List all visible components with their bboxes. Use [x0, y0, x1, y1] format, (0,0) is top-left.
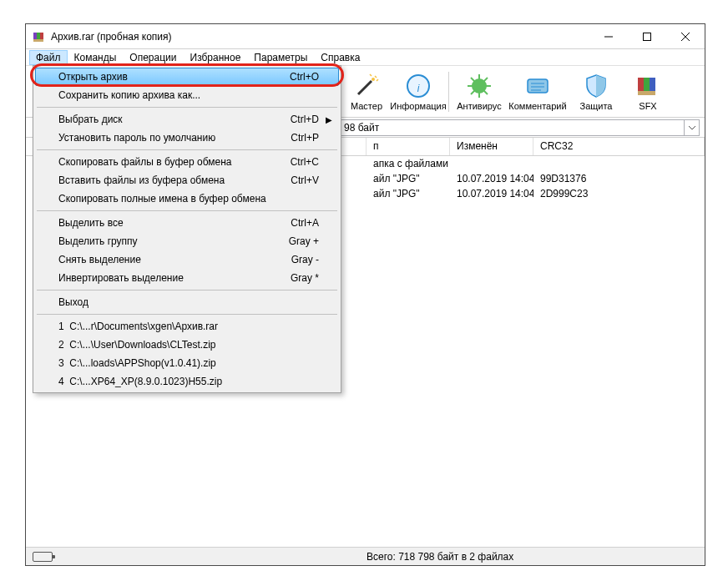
- menu-recent-2[interactable]: 2 C:\...\User\Downloads\CLTest.zip: [35, 336, 339, 354]
- menu-exit[interactable]: Выход: [35, 293, 339, 311]
- menu-favorites[interactable]: Избранное: [184, 50, 248, 65]
- statusbar: Всего: 718 798 байт в 2 файлах: [26, 547, 705, 565]
- virus-icon: [466, 73, 493, 99]
- sfx-icon: [634, 73, 661, 99]
- path-dropdown-button[interactable]: [685, 119, 700, 136]
- menu-file[interactable]: Файл: [29, 50, 68, 65]
- menu-open-archive[interactable]: Открыть архив Ctrl+O: [35, 68, 339, 86]
- svg-rect-3: [33, 39, 43, 42]
- menu-separator: [37, 210, 337, 211]
- menu-separator: [37, 107, 337, 108]
- titlebar: Архив.rar (пробная копия): [26, 24, 705, 49]
- tool-protect[interactable]: Защита: [571, 68, 621, 116]
- menu-set-password[interactable]: Установить пароль по умолчанию Ctrl+P: [35, 129, 339, 147]
- comment-icon: [524, 73, 551, 99]
- col-modified[interactable]: Изменён: [450, 138, 533, 155]
- file-menu-dropdown: Открыть архив Ctrl+O Сохранить копию арх…: [33, 65, 341, 393]
- menu-paste-files[interactable]: Вставить файлы из буфера обмена Ctrl+V: [35, 171, 339, 189]
- window-title: Архив.rar (пробная копия): [51, 31, 589, 43]
- menu-help[interactable]: Справка: [314, 50, 367, 65]
- menu-save-copy[interactable]: Сохранить копию архива как...: [35, 86, 339, 104]
- maximize-button[interactable]: [628, 24, 666, 49]
- tool-wizard[interactable]: Мастер: [341, 68, 392, 116]
- menu-separator: [37, 149, 337, 150]
- tool-comment[interactable]: Комментарий: [506, 68, 569, 116]
- svg-text:i: i: [417, 83, 420, 94]
- info-icon: i: [405, 73, 432, 99]
- close-button[interactable]: [666, 24, 705, 49]
- menu-choose-drive[interactable]: Выбрать диск Ctrl+D ▶: [35, 110, 339, 129]
- svg-line-8: [358, 81, 372, 94]
- app-icon: [33, 30, 46, 43]
- menubar: Файл Команды Операции Избранное Параметр…: [26, 49, 705, 66]
- tool-sfx[interactable]: SFX: [623, 68, 673, 116]
- col-type[interactable]: п: [367, 138, 450, 155]
- shield-icon: [583, 73, 609, 99]
- menu-copy-names[interactable]: Скопировать полные имена в буфер обмена: [35, 189, 339, 208]
- status-text: Всего: 718 798 байт в 2 файлах: [367, 551, 698, 563]
- svg-rect-24: [638, 91, 655, 95]
- svg-point-9: [372, 78, 375, 81]
- menu-separator: [37, 290, 337, 290]
- tool-info[interactable]: i Информация: [393, 68, 443, 116]
- menu-copy-files[interactable]: Скопировать файлы в буфер обмена Ctrl+C: [35, 153, 339, 171]
- battery-icon: [33, 552, 53, 562]
- menu-recent-4[interactable]: 4 C:\...XP64_XP(8.9.0.1023)H55.zip: [35, 372, 339, 391]
- path-input[interactable]: [340, 119, 685, 136]
- menu-deselect[interactable]: Снять выделение Gray -: [35, 250, 339, 269]
- menu-options[interactable]: Параметры: [247, 50, 314, 65]
- menu-recent-1[interactable]: 1 C:\...r\Documents\xgen\Архив.rar: [35, 317, 339, 336]
- minimize-button[interactable]: [589, 24, 628, 49]
- menu-recent-3[interactable]: 3 C:\...loads\APPShop(v1.0.41).zip: [35, 354, 339, 372]
- submenu-arrow-icon: ▶: [326, 115, 332, 124]
- menu-select-all[interactable]: Выделить все Ctrl+A: [35, 214, 339, 232]
- tool-antivirus[interactable]: Антивирус: [454, 68, 504, 116]
- col-crc[interactable]: CRC32: [533, 138, 705, 155]
- menu-invert[interactable]: Инвертировать выделение Gray *: [35, 269, 339, 287]
- wand-icon: [353, 73, 380, 99]
- menu-operations[interactable]: Операции: [123, 50, 183, 65]
- menu-select-group[interactable]: Выделить группу Gray +: [35, 232, 339, 250]
- svg-rect-5: [644, 33, 651, 40]
- svg-rect-17: [528, 79, 548, 93]
- toolbar-separator: [448, 72, 449, 112]
- menu-commands[interactable]: Команды: [68, 50, 124, 65]
- menu-separator: [37, 314, 337, 315]
